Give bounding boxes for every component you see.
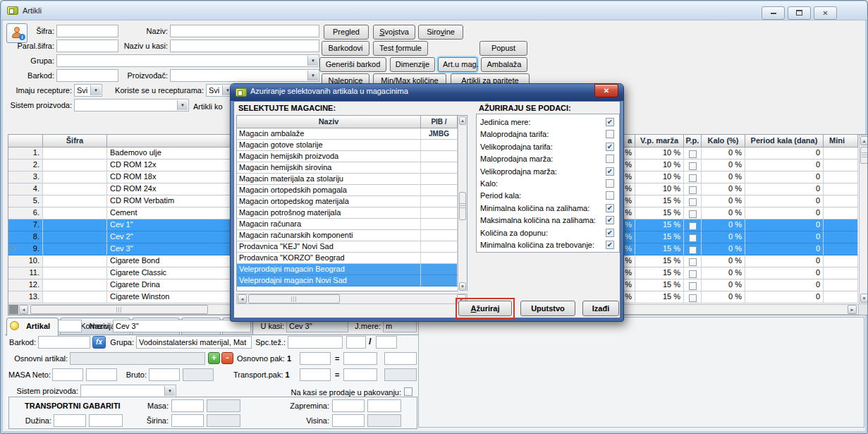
sirovine-button[interactable]: Sirovine [418, 25, 463, 40]
test-formule-button[interactable]: Test formule [373, 41, 428, 56]
cell-kalo[interactable]: 0 % [702, 243, 745, 255]
cell-kalo[interactable]: 0 % [702, 183, 745, 195]
chevron-down-icon[interactable]: ▼ [307, 56, 318, 66]
f-grupa-field[interactable]: Vodoinstalaterski materijal, Mat [136, 336, 252, 349]
filter-paral-input[interactable] [56, 40, 118, 52]
cell-period[interactable]: 0 [745, 207, 824, 219]
update-field-checkbox[interactable] [606, 191, 614, 200]
f-transport-pak-result[interactable] [343, 368, 377, 381]
art-u-mag-button[interactable]: Art.u mag. [438, 57, 477, 72]
chevron-down-icon[interactable]: ▼ [307, 71, 318, 80]
pp-checkbox[interactable] [689, 294, 697, 302]
cell-sifra[interactable] [43, 171, 107, 183]
cell-num[interactable]: 12. [8, 279, 43, 291]
pregled-button[interactable]: Pregled [324, 25, 369, 40]
cell-magacin-naziv[interactable]: Magacin računara [237, 219, 421, 230]
cell-sifra[interactable] [43, 159, 107, 171]
cell-kalo[interactable]: 0 % [702, 207, 745, 219]
filter-sifra-input[interactable] [56, 25, 118, 37]
cell-sifra[interactable] [43, 255, 107, 267]
cell-period[interactable]: 0 [745, 291, 824, 303]
close-button[interactable]: ✕ [814, 6, 837, 20]
cell-vp_marza[interactable]: 15 % [635, 267, 684, 279]
pp-checkbox[interactable] [689, 282, 697, 290]
cell-period[interactable]: 0 [745, 159, 824, 171]
cell-magacin-naziv[interactable]: Magacin materijala za stolariju [237, 174, 421, 185]
col-rownum[interactable] [8, 135, 43, 147]
filter-imaju-select[interactable]: Svi▼ [74, 84, 102, 97]
cell-magacin-pib[interactable] [421, 128, 458, 140]
cell-magacin-pib[interactable] [421, 219, 458, 230]
g-masa-input[interactable] [171, 399, 204, 412]
hscroll-thumb[interactable] [30, 305, 208, 314]
cell-period[interactable]: 0 [745, 195, 824, 207]
cell-num[interactable]: 6. [8, 207, 43, 219]
cell-pp-checkbox[interactable] [684, 159, 702, 171]
table-vscrollbar[interactable]: ▲ ▼ [859, 135, 868, 304]
cell-sifra[interactable] [43, 291, 107, 303]
cell-kalo[interactable]: 0 % [702, 291, 745, 303]
col-period-kala[interactable]: Period kala (dana) [745, 135, 824, 147]
cell-magacin-pib[interactable] [421, 140, 458, 151]
magacin-row[interactable]: Magacin hemijskih sirovina [237, 162, 467, 174]
cell-magacin-pib[interactable] [421, 253, 458, 264]
cell-kalo[interactable]: 0 % [702, 219, 745, 231]
f-sistem-select[interactable]: ▼ [80, 385, 176, 397]
cell-magacin-naziv[interactable]: Magacin ambalaže [237, 128, 421, 140]
cell-sifra[interactable] [43, 195, 107, 207]
cell-num[interactable]: 2. [8, 159, 43, 171]
pp-checkbox[interactable] [689, 186, 697, 194]
chevron-down-icon[interactable]: ▼ [164, 386, 175, 396]
magacin-row[interactable]: Veleprodajni magacin Beograd [237, 264, 467, 275]
update-field-checkbox[interactable]: ✔ [606, 118, 614, 126]
cell-magacin-naziv[interactable]: Magacin ortopedskog materijala [237, 196, 421, 207]
cell-pp-checkbox[interactable] [684, 171, 702, 183]
cell-sifra[interactable] [43, 279, 107, 291]
scroll-left-icon[interactable]: ◄ [238, 294, 247, 303]
azuriraj-button[interactable]: Ažuriraj [458, 301, 512, 316]
generisi-barkod-button[interactable]: Generiši barkod [319, 57, 386, 72]
filter-naziv-input[interactable] [170, 25, 319, 37]
list-hscroll-thumb[interactable] [248, 294, 340, 303]
col-kalo[interactable]: Kalo (%) [702, 135, 745, 147]
cell-vp_marza[interactable]: 15 % [635, 207, 684, 219]
f-masa-neto-input-1[interactable] [52, 368, 83, 381]
update-field-checkbox[interactable] [606, 155, 614, 163]
cell-vp_marza[interactable]: 10 % [635, 159, 684, 171]
add-osnovni-artikal-button[interactable]: + [208, 352, 220, 364]
cell-period[interactable]: 0 [745, 231, 824, 243]
cell-magacin-pib[interactable] [421, 174, 458, 185]
barkodovi-button[interactable]: Barkodovi [322, 41, 369, 56]
cell-vp_marza[interactable]: 10 % [635, 147, 684, 159]
cell-pp-checkbox[interactable] [684, 279, 702, 291]
cell-min[interactable] [824, 207, 858, 219]
magacin-row[interactable]: Magacin materijala za stolariju [237, 174, 467, 185]
cell-pp-checkbox[interactable] [684, 243, 702, 255]
cell-magacin-pib[interactable] [421, 207, 458, 219]
dimenzije-button[interactable]: Dimenzije [390, 57, 435, 72]
ambalaza-button[interactable]: Ambalaža [481, 57, 527, 72]
f-spctez-input-1[interactable] [288, 336, 343, 349]
cell-num[interactable]: 4. [8, 183, 43, 195]
cell-kalo[interactable]: 0 % [702, 231, 745, 243]
cell-sifra[interactable] [43, 207, 107, 219]
col-min-fragment[interactable]: Mini [824, 135, 858, 147]
magacin-row[interactable]: Prodavnica "KEJ" Novi Sad [237, 241, 467, 253]
popust-button[interactable]: Popust [479, 41, 527, 56]
f-masa-neto-input-2[interactable] [86, 368, 117, 381]
cell-min[interactable] [824, 279, 858, 291]
pp-checkbox[interactable] [689, 174, 697, 182]
scroll-up-icon[interactable]: ▲ [860, 136, 868, 145]
cell-vp_marza[interactable]: 15 % [635, 195, 684, 207]
cell-pp-checkbox[interactable] [684, 195, 702, 207]
cell-sifra[interactable] [43, 147, 107, 159]
cell-vp_marza[interactable]: 15 % [635, 255, 684, 267]
cell-magacin-pib[interactable] [421, 196, 458, 207]
cell-min[interactable] [824, 243, 858, 255]
cell-sifra[interactable] [43, 183, 107, 195]
cell-magacin-pib[interactable] [421, 151, 458, 162]
cell-period[interactable]: 0 [745, 279, 824, 291]
cell-pp-checkbox[interactable] [684, 291, 702, 303]
izadi-button[interactable]: Izađi [582, 301, 619, 316]
cell-min[interactable] [824, 171, 858, 183]
